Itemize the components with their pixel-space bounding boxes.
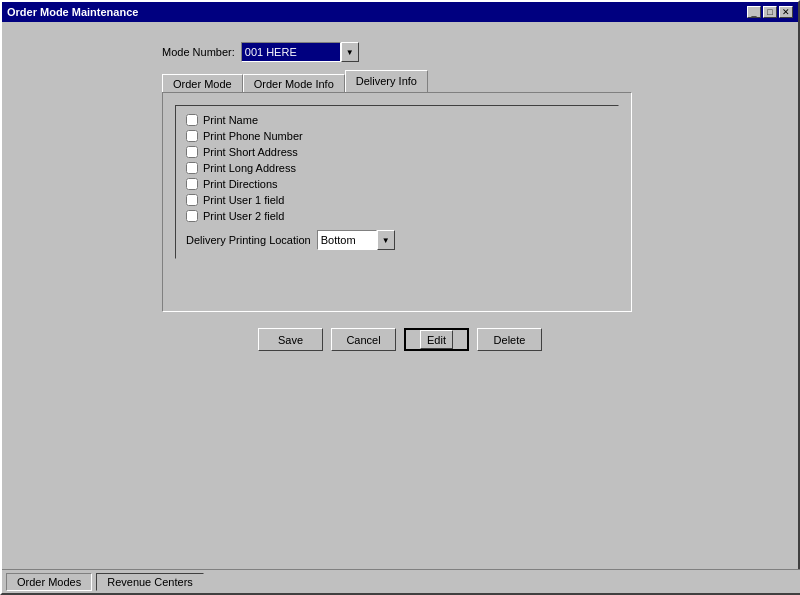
- status-tab-order-modes[interactable]: Order Modes: [6, 573, 92, 591]
- checkbox-row-print-name: Print Name: [186, 114, 608, 126]
- checkbox-print-user2[interactable]: [186, 210, 198, 222]
- checkbox-row-print-user1: Print User 1 field: [186, 194, 608, 206]
- mode-number-input[interactable]: [241, 42, 341, 62]
- delivery-printing-location-input[interactable]: [317, 230, 377, 250]
- label-print-long: Print Long Address: [203, 162, 296, 174]
- label-print-name: Print Name: [203, 114, 258, 126]
- label-print-directions: Print Directions: [203, 178, 278, 190]
- cancel-button[interactable]: Cancel: [331, 328, 396, 351]
- minimize-button[interactable]: _: [747, 6, 761, 18]
- checkbox-print-directions[interactable]: [186, 178, 198, 190]
- checkbox-print-user1[interactable]: [186, 194, 198, 206]
- checkbox-row-print-directions: Print Directions: [186, 178, 608, 190]
- checkbox-row-print-long: Print Long Address: [186, 162, 608, 174]
- delete-button[interactable]: Delete: [477, 328, 542, 351]
- delivery-printing-location-row: Delivery Printing Location ▼: [186, 230, 608, 250]
- status-tab-revenue-centers[interactable]: Revenue Centers: [96, 573, 204, 591]
- delivery-printing-location-select-wrapper: ▼: [317, 230, 395, 250]
- label-print-short: Print Short Address: [203, 146, 298, 158]
- tab-panel-delivery-info: Print Name Print Phone Number Print Shor…: [162, 92, 632, 312]
- checkbox-row-print-short: Print Short Address: [186, 146, 608, 158]
- tab-order-mode-info[interactable]: Order Mode Info: [243, 74, 345, 92]
- bottom-buttons: Save Cancel Edit Delete: [32, 328, 768, 351]
- tab-container: Order Mode Order Mode Info Delivery Info…: [162, 70, 632, 312]
- title-bar: Order Mode Maintenance _ □ ✕: [2, 2, 798, 22]
- mode-number-dropdown[interactable]: ▼: [341, 42, 359, 62]
- checkbox-print-name[interactable]: [186, 114, 198, 126]
- window-title: Order Mode Maintenance: [7, 6, 138, 18]
- label-print-phone: Print Phone Number: [203, 130, 303, 142]
- title-bar-buttons: _ □ ✕: [747, 6, 793, 18]
- content-area: Mode Number: ▼ Order Mode Order Mode Inf…: [2, 22, 798, 371]
- delivery-printing-location-dropdown[interactable]: ▼: [377, 230, 395, 250]
- save-button[interactable]: Save: [258, 328, 323, 351]
- delivery-printing-location-label: Delivery Printing Location: [186, 234, 311, 246]
- close-button[interactable]: ✕: [779, 6, 793, 18]
- tab-delivery-info[interactable]: Delivery Info: [345, 70, 428, 92]
- checkbox-row-print-user2: Print User 2 field: [186, 210, 608, 222]
- checkbox-print-long[interactable]: [186, 162, 198, 174]
- tab-order-mode[interactable]: Order Mode: [162, 74, 243, 92]
- mode-number-row: Mode Number: ▼: [162, 42, 768, 62]
- label-print-user1: Print User 1 field: [203, 194, 284, 206]
- status-bar: Order Modes Revenue Centers: [2, 569, 800, 593]
- checkbox-row-print-phone: Print Phone Number: [186, 130, 608, 142]
- mode-number-label: Mode Number:: [162, 46, 235, 58]
- checkbox-print-phone[interactable]: [186, 130, 198, 142]
- main-window: Order Mode Maintenance _ □ ✕ Mode Number…: [0, 0, 800, 595]
- panel-inner: Print Name Print Phone Number Print Shor…: [175, 105, 619, 259]
- tabs: Order Mode Order Mode Info Delivery Info: [162, 70, 632, 92]
- edit-button[interactable]: Edit: [404, 328, 469, 351]
- label-print-user2: Print User 2 field: [203, 210, 284, 222]
- maximize-button[interactable]: □: [763, 6, 777, 18]
- checkbox-print-short[interactable]: [186, 146, 198, 158]
